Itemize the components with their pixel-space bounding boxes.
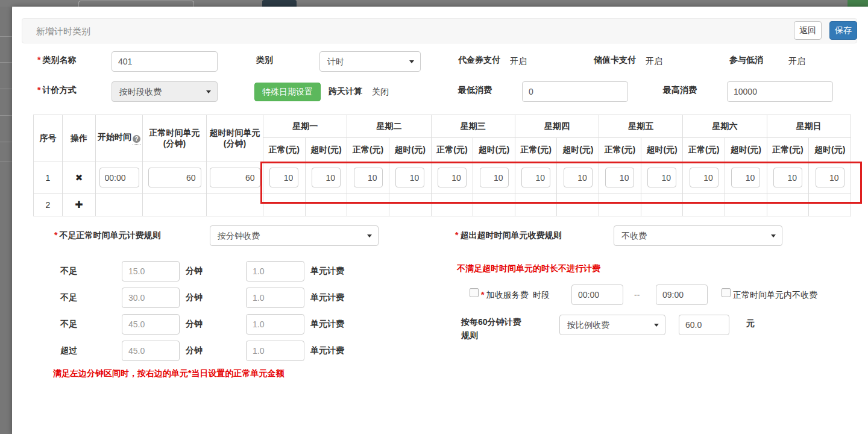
day-header: 星期三 [431, 115, 515, 138]
period-dash: -- [634, 290, 640, 300]
sub-header-overtime: 超时(元) [305, 138, 347, 162]
minutes-suffix: 分钟 [186, 266, 203, 277]
day-header: 星期五 [599, 115, 683, 138]
period-to-input[interactable] [656, 285, 708, 305]
tier-minutes-input[interactable] [122, 261, 180, 281]
price-input[interactable] [731, 168, 760, 187]
minutes-suffix: 分钟 [186, 292, 203, 303]
category-name-input[interactable] [112, 51, 218, 72]
back-button[interactable]: 返回 [794, 21, 822, 40]
unit-suffix: 单元计费 [310, 266, 344, 277]
max-consume-label: 最高消费 [663, 85, 697, 96]
col-header-overtime-unit: 超时时间单元(分钟) [207, 115, 263, 162]
sub-header-normal: 正常(元) [599, 138, 641, 162]
save-button[interactable]: 保存 [829, 21, 857, 40]
sub-header-normal: 正常(元) [767, 138, 809, 162]
special-date-button[interactable]: 特殊日期设置 [254, 83, 321, 101]
per-unit-rule-select[interactable]: 按比例收费 [559, 315, 665, 335]
under-normal-rule-select[interactable]: 按分钟收费 [210, 225, 379, 246]
delete-row-icon[interactable]: ✖ [75, 172, 83, 183]
sub-header-normal: 正常(元) [431, 138, 473, 162]
unit-suffix: 单元计费 [310, 345, 344, 356]
service-fee-label: *加收服务费 [481, 290, 528, 301]
price-input[interactable] [354, 168, 383, 187]
sub-header-overtime: 超时(元) [389, 138, 431, 162]
price-input[interactable] [690, 168, 719, 187]
tier-unit-input[interactable] [246, 314, 304, 335]
over-overtime-rule-label: *超出超时时间单元收费规则 [455, 230, 561, 241]
col-header-normal-unit: 正常时间单元(分钟) [143, 115, 207, 162]
sub-header-overtime: 超时(元) [809, 138, 851, 162]
chevron-down-icon [206, 90, 211, 96]
per-unit-value-input[interactable] [679, 315, 729, 335]
yuan-suffix: 元 [746, 318, 755, 329]
no-charge-label: 正常时间单元内不收费 [733, 290, 817, 301]
minutes-suffix: 分钟 [186, 345, 203, 356]
tier-unit-input[interactable] [246, 341, 304, 361]
tier-label: 超过 [60, 345, 77, 356]
voucher-pay-label: 代金券支付 [458, 55, 500, 66]
sub-header-overtime: 超时(元) [641, 138, 683, 162]
row-seq: 2 [34, 193, 63, 216]
tier-minutes-input[interactable] [122, 288, 180, 308]
tier-minutes-input[interactable] [122, 314, 180, 335]
price-input[interactable] [564, 168, 593, 187]
price-input[interactable] [480, 168, 509, 187]
price-table: 序号 操作 开始时间? 正常时间单元(分钟) 超时时间单元(分钟) 星期一星期二… [33, 115, 851, 216]
overtime-unit-input[interactable] [210, 168, 260, 187]
background-sidebar-strip [0, 7, 12, 434]
price-input[interactable] [312, 168, 341, 187]
cross-day-label: 跨天计算 [329, 86, 362, 97]
tier-label: 不足 [60, 319, 77, 330]
category-label: 类别 [256, 55, 273, 66]
no-charge-checkbox[interactable] [722, 288, 731, 297]
unit-suffix: 单元计费 [310, 319, 344, 330]
price-input[interactable] [816, 168, 844, 187]
join-min-consume-state: 开启 [788, 56, 805, 67]
minutes-suffix: 分钟 [186, 319, 203, 330]
panel-header-bar [22, 18, 857, 43]
service-fee-checkbox[interactable] [470, 288, 479, 297]
row-seq: 1 [34, 162, 63, 193]
under-normal-rule-label: *不足正常时间单元计费规则 [54, 230, 160, 241]
over-overtime-rule-select[interactable]: 不收费 [614, 225, 782, 246]
unit-suffix: 单元计费 [310, 292, 344, 303]
max-consume-input[interactable] [727, 81, 833, 102]
pricing-method-label: *计价方式 [37, 85, 76, 96]
background-top-strip [0, 0, 868, 7]
period-label: 时段 [533, 290, 550, 301]
price-input[interactable] [269, 168, 298, 187]
price-input[interactable] [647, 168, 676, 187]
period-from-input[interactable] [571, 285, 623, 305]
category-select[interactable]: 计时 [319, 51, 421, 72]
normal-unit-input[interactable] [148, 168, 201, 187]
start-time-input[interactable] [99, 168, 139, 187]
price-input[interactable] [521, 168, 550, 187]
help-icon[interactable]: ? [133, 135, 140, 143]
sub-header-normal: 正常(元) [347, 138, 389, 162]
day-header: 星期二 [347, 115, 431, 138]
day-header: 星期四 [515, 115, 599, 138]
price-input[interactable] [438, 168, 467, 187]
price-input[interactable] [395, 168, 424, 187]
day-header: 星期日 [767, 115, 851, 138]
tier-minutes-input[interactable] [122, 341, 180, 361]
page-title: 新增计时类别 [36, 26, 90, 37]
required-mark: * [455, 230, 458, 240]
tier-unit-input[interactable] [246, 261, 304, 281]
tier-label: 不足 [60, 266, 77, 277]
pricing-method-select[interactable]: 按时段收费 [112, 81, 218, 102]
price-input[interactable] [605, 168, 634, 187]
right-note: 不满足超时时间单元的时长不进行计费 [457, 263, 600, 274]
min-consume-input[interactable] [522, 81, 628, 102]
left-note: 满足左边分钟区间时，按右边的单元*当日设置的正常单元金额 [53, 368, 284, 379]
price-input[interactable] [773, 168, 802, 187]
stored-card-pay-state: 开启 [646, 56, 662, 67]
sub-header-normal: 正常(元) [683, 138, 725, 162]
sub-header-normal: 正常(元) [515, 138, 557, 162]
required-mark: * [37, 55, 40, 64]
col-header-start: 开始时间? [96, 115, 143, 162]
add-row-icon[interactable]: ✚ [75, 200, 83, 210]
per-unit-rule-label: 按每60分钟计费规则 [461, 315, 524, 342]
tier-unit-input[interactable] [246, 288, 304, 308]
